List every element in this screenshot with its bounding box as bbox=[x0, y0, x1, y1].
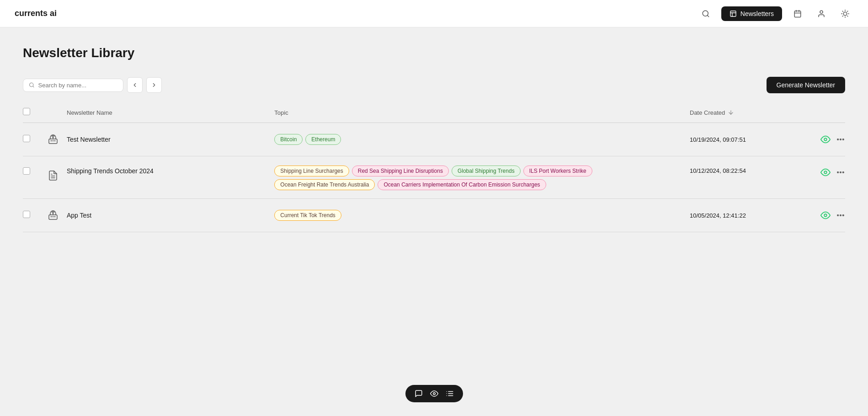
row-1-icon bbox=[45, 131, 61, 148]
col-header-date: Date Created bbox=[690, 109, 790, 116]
profile-button[interactable] bbox=[813, 5, 830, 22]
search-wrapper bbox=[23, 79, 123, 92]
search-icon bbox=[29, 82, 35, 88]
table-row: App Test Current Tik Tok Trends 10/05/20… bbox=[23, 199, 845, 232]
app-logo: currents ai bbox=[15, 9, 57, 18]
topic-tag: Global Shipping Trends bbox=[452, 165, 521, 176]
row-3-date: 10/05/2024, 12:41:22 bbox=[690, 212, 790, 219]
row-2-topics: Shipping Line Surcharges Red Sea Shippin… bbox=[274, 165, 690, 190]
row-2-date: 10/12/2024, 08:22:54 bbox=[690, 165, 790, 174]
row-3-view-button[interactable] bbox=[820, 210, 831, 220]
table-header: Newsletter Name Topic Date Created bbox=[23, 104, 845, 123]
navbar-right: Newsletters bbox=[698, 5, 853, 22]
generate-newsletter-button[interactable]: Generate Newsletter bbox=[767, 77, 845, 93]
row-2-icon bbox=[45, 167, 61, 184]
svg-line-13 bbox=[842, 11, 843, 11]
more-horizontal-icon bbox=[836, 168, 845, 177]
svg-point-35 bbox=[840, 172, 841, 173]
table-row: Shipping Trends October 2024 Shipping Li… bbox=[23, 156, 845, 199]
svg-line-20 bbox=[33, 86, 34, 87]
search-button[interactable] bbox=[698, 5, 714, 22]
row-1-checkbox[interactable] bbox=[23, 135, 30, 142]
svg-point-30 bbox=[843, 139, 844, 140]
row-3-topics: Current Tik Tok Trends bbox=[274, 210, 690, 221]
svg-point-34 bbox=[837, 172, 839, 173]
calendar-button[interactable] bbox=[789, 5, 806, 22]
navbar: currents ai Newsletters bbox=[0, 0, 868, 27]
sort-icon[interactable] bbox=[728, 109, 734, 116]
svg-point-42 bbox=[824, 214, 827, 217]
topic-tag: Ethereum bbox=[305, 134, 341, 145]
bottom-chat-button[interactable] bbox=[415, 389, 423, 398]
col-header-topic: Topic bbox=[274, 109, 690, 116]
user-icon bbox=[817, 10, 825, 18]
topic-tag: Bitcoin bbox=[274, 134, 303, 145]
row-1-more-button[interactable] bbox=[836, 135, 845, 144]
svg-point-29 bbox=[840, 139, 841, 140]
svg-rect-5 bbox=[794, 11, 801, 17]
robot-icon bbox=[48, 134, 59, 145]
row-2-view-button[interactable] bbox=[820, 167, 831, 177]
topic-tag: ILS Port Workers Strike bbox=[523, 165, 592, 176]
row-2-checkbox[interactable] bbox=[23, 167, 30, 175]
topic-tag: Ocean Freight Rate Trends Australia bbox=[274, 179, 375, 190]
svg-point-45 bbox=[843, 215, 844, 216]
svg-rect-2 bbox=[730, 11, 736, 16]
row-3-checkbox[interactable] bbox=[23, 211, 30, 218]
row-3-more-button[interactable] bbox=[836, 211, 845, 220]
eye-icon bbox=[820, 167, 831, 177]
newsletters-nav-button[interactable]: Newsletters bbox=[721, 6, 782, 21]
toolbar-left bbox=[23, 77, 162, 93]
svg-point-33 bbox=[824, 171, 827, 174]
row-2-actions bbox=[790, 165, 845, 177]
svg-point-28 bbox=[837, 139, 839, 140]
row-3-icon bbox=[45, 207, 61, 224]
list-icon bbox=[446, 389, 454, 398]
search-input[interactable] bbox=[38, 82, 117, 89]
calendar-icon bbox=[793, 10, 802, 18]
prev-page-button[interactable] bbox=[127, 77, 143, 93]
next-page-button[interactable] bbox=[146, 77, 162, 93]
theme-toggle-button[interactable] bbox=[837, 5, 853, 22]
robot-icon bbox=[48, 210, 59, 221]
row-1-view-button[interactable] bbox=[820, 134, 831, 144]
col-header-name: Newsletter Name bbox=[67, 109, 274, 116]
topic-tag: Red Sea Shipping Line Disruptions bbox=[352, 165, 449, 176]
row-3-actions bbox=[790, 210, 845, 220]
main-content: Newsletter Library Generate Newsletter bbox=[0, 27, 868, 416]
more-horizontal-icon bbox=[836, 135, 845, 144]
svg-point-36 bbox=[843, 172, 844, 173]
row-1-topics: Bitcoin Ethereum bbox=[274, 134, 690, 145]
chevron-right-icon bbox=[151, 82, 157, 88]
svg-point-23 bbox=[52, 135, 54, 137]
svg-point-44 bbox=[840, 215, 841, 216]
chat-icon bbox=[415, 389, 423, 398]
eye-icon bbox=[820, 210, 831, 220]
row-2-more-button[interactable] bbox=[836, 168, 845, 177]
chevron-left-icon bbox=[132, 82, 138, 88]
eye-icon bbox=[820, 134, 831, 144]
topic-tag: Current Tik Tok Trends bbox=[274, 210, 341, 221]
svg-point-27 bbox=[824, 138, 827, 141]
newsletter-table: Newsletter Name Topic Date Created bbox=[23, 104, 845, 232]
page-title: Newsletter Library bbox=[23, 46, 845, 60]
sun-icon bbox=[841, 10, 849, 18]
search-icon bbox=[702, 10, 710, 18]
svg-point-10 bbox=[843, 12, 847, 16]
select-all-checkbox[interactable] bbox=[23, 108, 30, 115]
svg-line-1 bbox=[707, 15, 708, 16]
eye-icon bbox=[430, 389, 438, 398]
topic-tag: Ocean Carriers Implementation Of Carbon … bbox=[378, 179, 546, 190]
svg-line-17 bbox=[842, 16, 843, 16]
table-row: Test Newsletter Bitcoin Ethereum 10/19/2… bbox=[23, 123, 845, 156]
svg-point-9 bbox=[820, 11, 823, 13]
bottom-list-button[interactable] bbox=[446, 389, 454, 398]
bottom-view-button[interactable] bbox=[430, 389, 438, 398]
row-3-name: App Test bbox=[67, 212, 91, 219]
svg-point-38 bbox=[52, 211, 54, 213]
document-icon bbox=[48, 170, 59, 181]
row-1-name: Test Newsletter bbox=[67, 136, 111, 143]
bottom-toolbar bbox=[405, 385, 463, 402]
row-1-date: 10/19/2024, 09:07:51 bbox=[690, 136, 790, 143]
row-1-actions bbox=[790, 134, 845, 144]
